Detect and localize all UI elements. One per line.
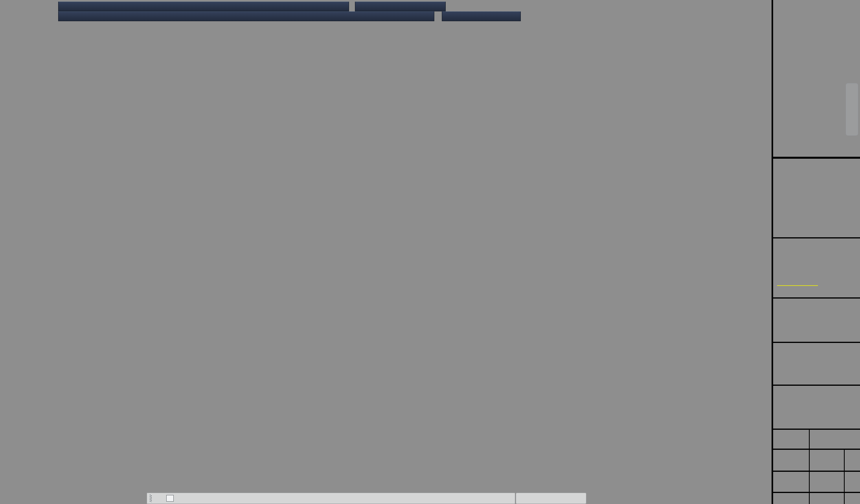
cad-canvas[interactable]: [0, 0, 860, 504]
command-input[interactable]: [181, 495, 418, 502]
divider: [844, 449, 845, 504]
command-prompt-icon[interactable]: [166, 495, 174, 502]
divider: [773, 449, 860, 450]
divider: [773, 157, 860, 159]
divider: [773, 471, 860, 472]
signature-line: [777, 280, 818, 286]
command-bar[interactable]: [147, 493, 515, 504]
toolbar-draw[interactable]: [58, 11, 434, 21]
command-bar-gripper[interactable]: [150, 495, 152, 502]
divider: [773, 385, 860, 386]
divider: [773, 492, 860, 493]
divider: [773, 297, 860, 299]
divider: [773, 237, 860, 238]
signature-row: [775, 280, 820, 288]
technical-drawing: [0, 0, 860, 504]
toolbar-render[interactable]: [355, 2, 446, 11]
toolbar-standard[interactable]: [58, 2, 349, 11]
toolbar-modify[interactable]: [442, 11, 521, 21]
divider: [773, 342, 860, 343]
command-history-bar[interactable]: [516, 493, 586, 504]
divider: [773, 429, 860, 430]
titleblock: [773, 0, 860, 504]
divider: [809, 429, 810, 504]
